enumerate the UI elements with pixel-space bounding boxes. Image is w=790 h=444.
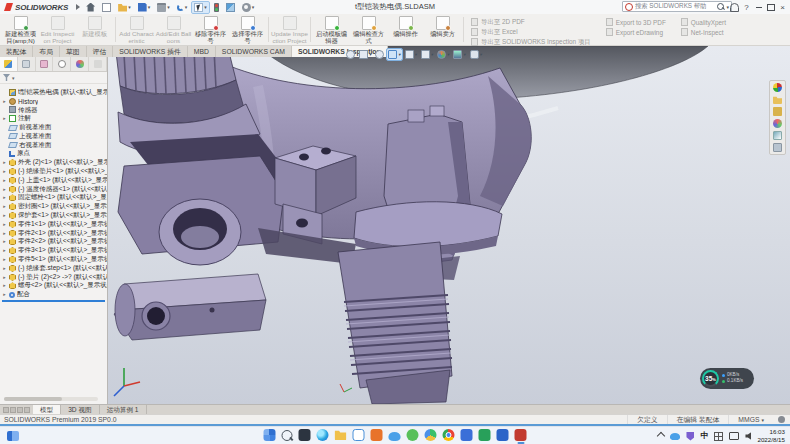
view-palette-tab[interactable] (773, 119, 782, 128)
feature-tree-item[interactable]: ▸(-) 上盖<1> (默认<<默认>_显示状 (0, 176, 107, 185)
dropdown-arrow-icon[interactable]: ▾ (148, 4, 151, 10)
expand-arrow-icon[interactable]: ▸ (2, 213, 7, 218)
tray-ime[interactable]: 中 (700, 432, 708, 440)
edit-vendors-button[interactable]: 编辑卖方 (424, 14, 461, 45)
tray-chevron[interactable] (657, 432, 665, 440)
expand-arrow-icon[interactable]: ▸ (2, 116, 7, 121)
expand-arrow-icon[interactable]: ▸ (2, 275, 7, 280)
tray-display[interactable] (729, 432, 739, 440)
design-library-tab[interactable] (773, 95, 782, 104)
expand-arrow-icon[interactable]: ▸ (2, 239, 7, 244)
feature-tree-item[interactable]: ▸零件3<1> (默认<<默认>_显示状态 (0, 246, 107, 255)
filter-icon[interactable] (3, 74, 10, 81)
rebuild-button[interactable] (212, 2, 221, 13)
panel-horizontal-scrollbar[interactable] (4, 397, 98, 401)
filter-dropdown-icon[interactable]: ▾ (12, 75, 15, 81)
feature-tree-item[interactable]: ▸配合 (0, 290, 107, 299)
new-inspection-project-button[interactable]: 新建检查项目(amp;N) (2, 14, 39, 45)
expand-arrow-icon[interactable]: ▸ (2, 266, 7, 271)
ribbon-tab[interactable]: 草图 (60, 46, 87, 57)
minimize-button[interactable] (753, 1, 764, 13)
edge-taskbar-button[interactable] (317, 429, 329, 441)
feature-tree-item[interactable]: 前视基准面 (0, 123, 107, 132)
feature-tree-item[interactable]: ▸注解 (0, 114, 107, 123)
print-button[interactable]: ▾ (155, 2, 172, 13)
expand-arrow-icon[interactable]: ▸ (2, 99, 7, 104)
search-taskbar-button[interactable] (282, 430, 293, 441)
expand-arrow-icon[interactable]: ▸ (2, 178, 7, 183)
launch-template-editor-button[interactable]: 启动模板编辑器 (313, 14, 350, 45)
expand-arrow-icon[interactable]: ▸ (2, 187, 7, 192)
dropdown-arrow-icon[interactable]: ▾ (398, 52, 400, 57)
select-tool-button[interactable]: ▾ (192, 2, 209, 13)
expand-arrow-icon[interactable]: ▸ (2, 195, 7, 200)
ribbon-tab[interactable]: 装配体 (0, 46, 33, 57)
feature-tree-item[interactable]: 原点 (0, 150, 107, 159)
help-button[interactable]: ? (741, 1, 752, 13)
ribbon-tab[interactable]: SOLIDWORKS CAM (216, 46, 292, 57)
next-tab-button[interactable] (17, 407, 23, 413)
view-settings-button[interactable]: ▾ (469, 49, 483, 60)
dropdown-arrow-icon[interactable]: ▾ (447, 52, 449, 57)
options-button[interactable]: ▾ (240, 2, 257, 13)
browser-360-taskbar-button[interactable] (425, 429, 437, 441)
hide-show-items-button[interactable]: ▾ (420, 49, 434, 60)
feature-tree-item[interactable]: ▸零件5<1> (默认<<默认>_显示状态 (0, 255, 107, 264)
dropdown-arrow-icon[interactable]: ▾ (415, 52, 417, 57)
expand-arrow-icon[interactable]: ▸ (2, 222, 7, 227)
section-view-button[interactable]: ▾ (387, 49, 401, 60)
units-selector[interactable]: MMGS▾ (728, 415, 773, 425)
search-input[interactable]: 搜索 SOLIDWORKS 帮助 (635, 2, 715, 11)
dropdown-arrow-icon[interactable]: ▾ (369, 52, 371, 57)
feature-tree-item[interactable]: 上视基准面 (0, 132, 107, 141)
feature-tree-item[interactable]: ▸零件2<1> (默认<<默认>_显示状态 (0, 229, 107, 238)
ribbon-tab[interactable]: SOLIDWORKS 插件 (113, 46, 188, 57)
edit-operations-button[interactable]: 编辑操作 (387, 14, 424, 45)
dimxpertmanager-tab[interactable] (53, 57, 71, 71)
search-icon[interactable] (717, 3, 724, 10)
home-button[interactable] (84, 2, 97, 13)
expand-arrow-icon[interactable]: ▸ (2, 231, 7, 236)
remote-app-taskbar-button[interactable] (461, 429, 473, 441)
expand-arrow-icon[interactable]: ▸ (2, 283, 7, 288)
expand-arrow-icon[interactable]: ▸ (2, 292, 7, 297)
featuremanager-tree-tab[interactable] (0, 57, 18, 71)
edit-inspection-methods-button[interactable]: 编辑检查方式 (350, 14, 387, 45)
file-explorer-taskbar-button[interactable] (335, 429, 347, 441)
feature-tree-item[interactable]: ▸保护套<1> (默认<<默认>_显示状态 (0, 211, 107, 220)
apply-scene-button[interactable]: ▾ (452, 49, 466, 60)
ribbon-tab[interactable]: 评估 (87, 46, 114, 57)
cloud-app-taskbar-button[interactable] (389, 432, 401, 441)
feature-tree-item[interactable]: 右视基准面 (0, 141, 107, 150)
chrome-taskbar-button[interactable] (443, 429, 455, 441)
remove-balloons-button[interactable]: 移除零件序号 (192, 14, 229, 45)
dropdown-arrow-icon[interactable]: ▾ (252, 4, 255, 10)
custom-properties-tab[interactable] (773, 143, 782, 152)
scrollbar-thumb[interactable] (4, 397, 62, 401)
expand-arrow-icon[interactable]: ▸ (2, 257, 7, 262)
wps-taskbar-button[interactable] (479, 429, 491, 441)
status-badge-icon[interactable] (778, 416, 785, 423)
feature-tree-item[interactable]: ▸固定螺栓<1> (默认<<默认>_显示状 (0, 194, 107, 203)
mail-taskbar-button[interactable] (353, 429, 365, 441)
security-app-taskbar-button[interactable] (407, 429, 419, 441)
dropdown-arrow-icon[interactable]: ▾ (480, 52, 482, 57)
word-taskbar-button[interactable] (497, 429, 509, 441)
rollback-bar[interactable] (2, 300, 105, 302)
task-view-taskbar-button[interactable] (299, 429, 311, 441)
propertymanager-tab[interactable] (18, 57, 36, 71)
tray-input-grid[interactable] (714, 432, 723, 441)
tray-volume[interactable] (745, 432, 751, 440)
tree-filter-row[interactable]: ▾ (0, 72, 107, 84)
feature-tree-item[interactable]: ▸(-) 绝缘套.step<1> (默认<<默认> (0, 264, 107, 273)
feature-tree-item[interactable]: 传感器 (0, 106, 107, 115)
widgets-button[interactable] (7, 431, 19, 441)
file-explorer-tab[interactable] (773, 107, 782, 116)
taskbar-clock[interactable]: 16:03 2022/8/15 (757, 428, 785, 444)
appearances-scenes-tab[interactable] (773, 131, 782, 140)
store-taskbar-button[interactable] (371, 429, 383, 441)
undo-button[interactable]: ▾ (175, 3, 190, 12)
dropdown-arrow-icon[interactable]: ▾ (128, 4, 131, 10)
previous-tab-button[interactable] (10, 407, 16, 413)
graphics-area[interactable]: ▾▾▾▾▾▾▾ 35% 0KB/s 0.1KB/s (108, 46, 790, 404)
